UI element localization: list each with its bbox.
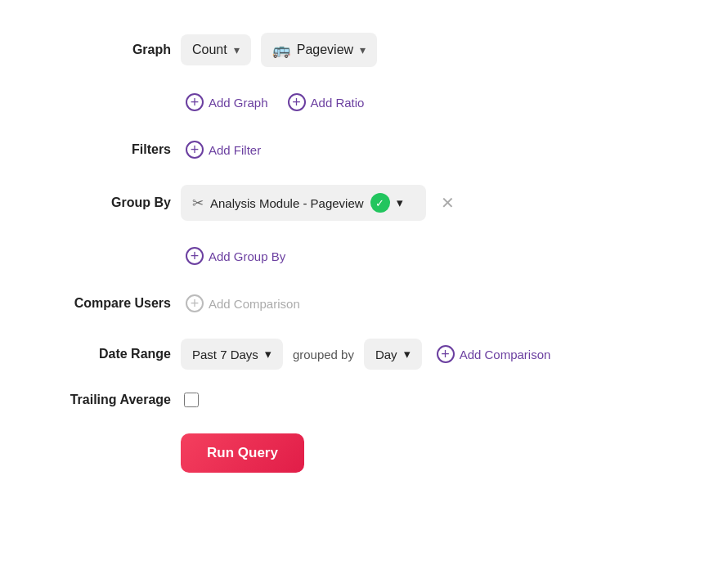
count-select[interactable]: Count ▾ <box>181 34 251 65</box>
add-ratio-plus-icon: + <box>288 93 306 111</box>
day-value: Day <box>375 348 397 361</box>
date-range-label: Date Range <box>65 347 171 361</box>
add-comparison-plus-icon-users: + <box>186 294 204 312</box>
filters-label: Filters <box>65 142 171 157</box>
add-comparison-button-users[interactable]: + Add Comparison <box>181 291 305 316</box>
group-by-select[interactable]: ✂ Analysis Module - Pageview ✓ ▾ <box>181 185 426 221</box>
compare-users-label: Compare Users <box>65 296 171 311</box>
add-comparison-label-date: Add Comparison <box>460 348 551 361</box>
add-ratio-label: Add Ratio <box>311 96 365 110</box>
add-filter-label: Add Filter <box>209 143 261 157</box>
group-by-value: Analysis Module - Pageview <box>210 196 364 210</box>
pageview-chevron-icon: ▾ <box>360 43 366 56</box>
add-group-by-plus-icon: + <box>186 247 204 265</box>
check-badge-icon: ✓ <box>370 193 390 213</box>
run-query-button[interactable]: Run Query <box>181 433 304 473</box>
add-ratio-button[interactable]: + Add Ratio <box>283 90 370 114</box>
count-value: Count <box>192 43 227 57</box>
compare-users-row: Compare Users + Add Comparison <box>65 291 653 316</box>
graph-row: Graph Count ▾ 🚌 Pageview ▾ <box>65 33 653 67</box>
add-filter-plus-icon: + <box>186 141 204 159</box>
grouped-by-text: grouped by <box>293 348 354 361</box>
date-range-row: Date Range Past 7 Days ▾ grouped by Day … <box>65 339 653 370</box>
date-range-value: Past 7 Days <box>192 348 258 361</box>
pageview-select[interactable]: 🚌 Pageview ▾ <box>261 33 377 67</box>
add-graph-row: + Add Graph + Add Ratio <box>65 90 653 114</box>
day-chevron-icon: ▾ <box>404 347 411 361</box>
pageview-bus-icon: 🚌 <box>272 41 290 59</box>
add-group-by-row: + Add Group By <box>65 244 653 268</box>
pageview-value: Pageview <box>297 43 353 57</box>
remove-group-by-button[interactable]: ✕ <box>436 191 460 214</box>
count-chevron-icon: ▾ <box>234 43 240 56</box>
trailing-average-label: Trailing Average <box>65 393 171 407</box>
day-select[interactable]: Day ▾ <box>364 339 422 370</box>
add-filter-button[interactable]: + Add Filter <box>181 137 266 162</box>
group-by-chevron-icon: ▾ <box>397 195 403 210</box>
add-group-by-button[interactable]: + Add Group By <box>181 244 290 268</box>
add-comparison-button-date[interactable]: + Add Comparison <box>432 342 556 366</box>
add-graph-label: Add Graph <box>209 96 268 110</box>
add-group-by-label: Add Group By <box>209 249 285 263</box>
group-by-row: Group By ✂ Analysis Module - Pageview ✓ … <box>65 185 653 221</box>
add-graph-button[interactable]: + Add Graph <box>181 90 273 114</box>
add-comparison-plus-icon-date: + <box>437 345 455 363</box>
run-query-row: Run Query <box>65 433 653 473</box>
date-range-chevron-icon: ▾ <box>265 347 271 361</box>
trailing-average-row: Trailing Average <box>65 393 653 407</box>
filters-row: Filters + Add Filter <box>65 137 653 162</box>
graph-label: Graph <box>65 43 171 57</box>
trailing-average-checkbox[interactable] <box>184 393 199 407</box>
date-range-select[interactable]: Past 7 Days ▾ <box>181 339 283 370</box>
main-container: Graph Count ▾ 🚌 Pageview ▾ + Add Graph +… <box>40 16 678 489</box>
group-by-label: Group By <box>65 195 171 210</box>
add-graph-plus-icon: + <box>186 93 204 111</box>
analysis-icon: ✂ <box>192 195 204 212</box>
add-comparison-label-users: Add Comparison <box>209 297 300 311</box>
